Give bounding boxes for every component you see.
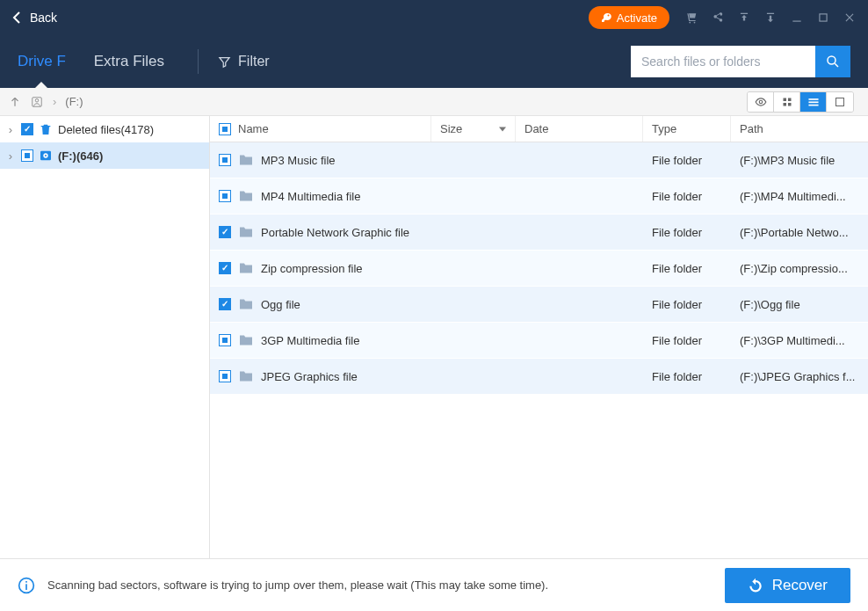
minimize-button[interactable] <box>791 11 803 24</box>
svg-point-4 <box>35 98 39 102</box>
recover-button[interactable]: Recover <box>725 568 850 603</box>
key-icon <box>601 12 611 23</box>
expand-icon[interactable]: › <box>5 123 16 136</box>
filter-icon <box>218 55 231 69</box>
breadcrumb-location[interactable]: (F:) <box>65 95 83 108</box>
file-path: (F:)\MP4 Multimedi... <box>731 190 868 203</box>
tab-extra-files[interactable]: Extra Files <box>94 35 164 88</box>
tree-checkbox[interactable] <box>21 123 33 135</box>
activate-button[interactable]: Activate <box>589 6 669 29</box>
view-list-button[interactable] <box>800 92 827 112</box>
file-type: File folder <box>643 262 731 275</box>
file-table: Name Size Date Type Path MP3 Music fileF… <box>210 116 868 558</box>
svg-point-2 <box>828 56 835 64</box>
file-name: MP4 Multimedia file <box>261 190 360 203</box>
table-row[interactable]: MP4 Multimedia fileFile folder(F:)\MP4 M… <box>210 178 868 215</box>
folder-icon <box>238 226 254 238</box>
row-checkbox[interactable] <box>219 190 231 202</box>
sort-icon <box>499 127 506 132</box>
file-path: (F:)\3GP Multimedi... <box>731 334 868 347</box>
col-path[interactable]: Path <box>731 116 868 142</box>
tree-checkbox[interactable] <box>21 149 33 162</box>
maximize-button[interactable] <box>817 11 829 24</box>
trash-icon <box>39 122 53 136</box>
file-name: Zip compression file <box>261 262 363 275</box>
view-preview-button[interactable] <box>748 92 774 112</box>
tree-label: (F:)(646) <box>58 149 103 163</box>
footer: Scanning bad sectors, software is trying… <box>0 558 868 611</box>
svg-rect-7 <box>788 98 792 101</box>
tabbar: Drive F Extra Files Filter <box>0 35 868 88</box>
view-mode-group <box>747 91 854 113</box>
col-date[interactable]: Date <box>516 116 643 142</box>
svg-rect-11 <box>808 101 818 103</box>
tree-item[interactable]: ›(F:)(646) <box>0 142 209 169</box>
col-size[interactable]: Size <box>431 116 516 142</box>
svg-rect-12 <box>808 104 818 105</box>
col-name[interactable]: Name <box>210 116 431 142</box>
up-icon[interactable] <box>9 96 21 108</box>
row-checkbox[interactable] <box>219 370 231 382</box>
table-row[interactable]: Portable Network Graphic fileFile folder… <box>210 215 868 251</box>
tab-drive[interactable]: Drive F <box>18 35 66 88</box>
export-icon[interactable] <box>764 11 777 24</box>
folder-icon <box>238 334 254 346</box>
svg-rect-13 <box>836 98 844 105</box>
toolbar: › (F:) <box>0 88 868 116</box>
file-path: (F:)\MP3 Music file <box>731 154 868 167</box>
cart-icon[interactable] <box>685 11 698 24</box>
file-name: Portable Network Graphic file <box>261 226 409 239</box>
row-checkbox[interactable] <box>219 154 231 166</box>
file-type: File folder <box>643 190 731 203</box>
search-icon <box>825 54 841 69</box>
file-path: (F:)\JPEG Graphics f... <box>731 370 868 383</box>
row-checkbox[interactable] <box>219 334 231 346</box>
file-name: JPEG Graphics file <box>261 370 358 383</box>
info-icon <box>18 577 35 594</box>
search-box <box>631 46 850 77</box>
file-name: 3GP Multimedia file <box>261 334 359 347</box>
table-row[interactable]: JPEG Graphics fileFile folder(F:)\JPEG G… <box>210 359 868 395</box>
user-icon[interactable] <box>30 96 44 108</box>
import-icon[interactable] <box>738 11 750 24</box>
search-input[interactable] <box>631 46 815 77</box>
table-row[interactable]: Zip compression fileFile folder(F:)\Zip … <box>210 251 868 287</box>
row-checkbox[interactable] <box>219 262 231 274</box>
row-checkbox[interactable] <box>219 298 231 310</box>
status-message: Scanning bad sectors, software is trying… <box>47 578 712 592</box>
table-row[interactable]: Ogg fileFile folder(F:)\Ogg file <box>210 287 868 323</box>
folder-icon <box>238 262 254 274</box>
window-controls <box>685 11 856 24</box>
tree-label: Deleted files(4178) <box>58 123 154 136</box>
svg-rect-18 <box>25 584 27 590</box>
file-path: (F:)\Zip compressio... <box>731 262 868 275</box>
svg-rect-6 <box>783 98 786 101</box>
file-name: Ogg file <box>261 298 300 311</box>
close-button[interactable] <box>843 11 856 24</box>
expand-icon[interactable]: › <box>5 149 16 163</box>
file-name: MP3 Music file <box>261 154 336 167</box>
table-row[interactable]: MP3 Music fileFile folder(F:)\MP3 Music … <box>210 142 868 178</box>
filter-button[interactable]: Filter <box>218 54 270 69</box>
table-row[interactable]: 3GP Multimedia fileFile folder(F:)\3GP M… <box>210 323 868 359</box>
svg-rect-1 <box>820 14 827 21</box>
view-detail-button[interactable] <box>827 92 853 112</box>
file-path: (F:)\Portable Netwo... <box>731 226 868 239</box>
svg-rect-19 <box>25 581 27 583</box>
file-type: File folder <box>643 154 731 167</box>
select-all-checkbox[interactable] <box>219 123 231 135</box>
svg-rect-0 <box>792 21 800 22</box>
col-type[interactable]: Type <box>643 116 731 142</box>
share-icon[interactable] <box>712 11 724 24</box>
view-grid-button[interactable] <box>774 92 800 112</box>
search-button[interactable] <box>815 46 850 77</box>
folder-icon <box>238 370 254 382</box>
svg-point-16 <box>45 155 47 156</box>
table-header: Name Size Date Type Path <box>210 116 868 142</box>
back-button[interactable]: Back <box>12 11 57 25</box>
svg-rect-9 <box>788 103 792 106</box>
tree-item[interactable]: ›Deleted files(4178) <box>0 116 209 142</box>
file-type: File folder <box>643 370 731 383</box>
row-checkbox[interactable] <box>219 226 231 238</box>
tab-separator <box>198 49 199 74</box>
